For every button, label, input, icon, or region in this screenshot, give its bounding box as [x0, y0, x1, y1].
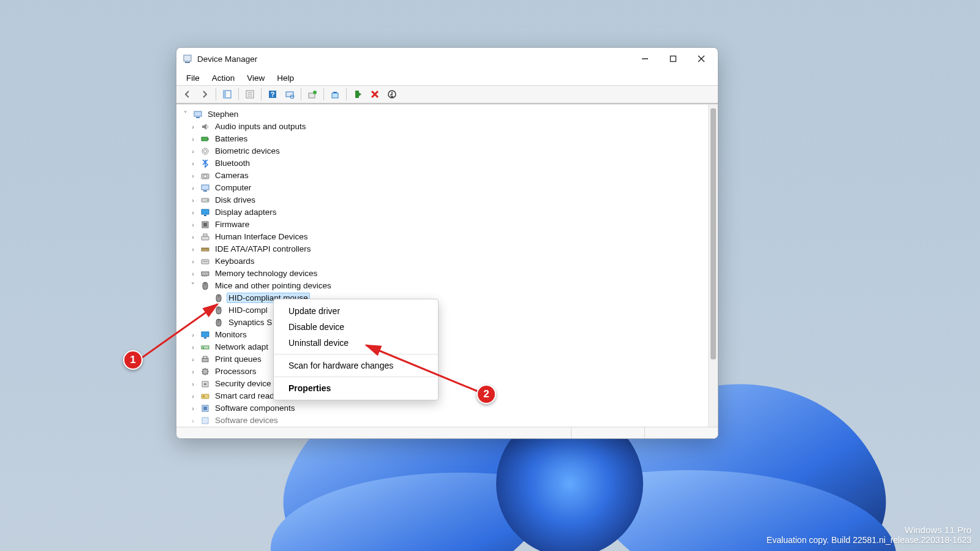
- titlebar[interactable]: Device Manager: [176, 48, 718, 70]
- expand-icon[interactable]: ›: [189, 270, 197, 277]
- tree-cat-cameras[interactable]: ›Cameras: [176, 170, 708, 182]
- software-icon: [200, 403, 211, 414]
- vertical-scrollbar[interactable]: [708, 105, 718, 427]
- svg-point-36: [207, 200, 208, 201]
- svg-rect-59: [202, 332, 209, 337]
- help-button[interactable]: ?: [265, 87, 280, 102]
- expand-icon[interactable]: ›: [189, 209, 197, 216]
- menu-bar: File Action View Help: [176, 70, 718, 86]
- tree-cat-printqueues[interactable]: ›Print queues: [176, 353, 708, 365]
- svg-rect-42: [203, 234, 207, 236]
- expand-icon[interactable]: ›: [189, 135, 197, 143]
- ctx-disable-device[interactable]: Disable device: [274, 319, 438, 335]
- update-driver-button[interactable]: [305, 87, 320, 102]
- tree-cat-computer[interactable]: ›Computer: [176, 182, 708, 194]
- menu-view[interactable]: View: [241, 72, 271, 84]
- tree-cat-firmware[interactable]: ›Firmware: [176, 219, 708, 231]
- watermark-line2: Evaluation copy. Build 22581.ni_release.…: [767, 535, 971, 545]
- ctx-update-driver[interactable]: Update driver: [274, 303, 438, 319]
- expand-icon[interactable]: ›: [189, 197, 197, 204]
- minimize-button[interactable]: [631, 48, 659, 70]
- expand-icon[interactable]: ›: [189, 221, 197, 228]
- enable-button[interactable]: [350, 87, 365, 102]
- tree-cat-memorytech[interactable]: ›Memory technology devices: [176, 268, 708, 280]
- computer-icon: [192, 109, 203, 120]
- expand-icon[interactable]: ›: [189, 160, 197, 167]
- expand-icon[interactable]: ›: [189, 233, 197, 241]
- expand-icon[interactable]: ›: [189, 392, 197, 400]
- back-button[interactable]: [180, 87, 195, 102]
- maximize-button[interactable]: [659, 48, 687, 70]
- watermark-line1: Windows 11 Pro: [767, 525, 971, 535]
- expand-icon[interactable]: ›: [189, 368, 197, 375]
- close-button[interactable]: [687, 48, 715, 70]
- tree-cat-biometric[interactable]: ›Biometric devices: [176, 145, 708, 157]
- svg-rect-63: [202, 358, 208, 362]
- content-area: ˅ Stephen ›Audio inputs and outputs ›Bat…: [176, 104, 718, 427]
- device-tree[interactable]: ˅ Stephen ›Audio inputs and outputs ›Bat…: [176, 105, 708, 427]
- tree-cat-software-devices[interactable]: ›Software devices: [176, 414, 708, 427]
- ctx-uninstall-device[interactable]: Uninstall device: [274, 335, 438, 351]
- expand-icon[interactable]: ›: [189, 172, 197, 179]
- tree-cat-disk[interactable]: ›Disk drives: [176, 194, 708, 206]
- ctx-properties[interactable]: Properties: [274, 380, 438, 396]
- tree-item-synaptics[interactable]: Synaptics S: [176, 317, 708, 329]
- ctx-scan-hardware[interactable]: Scan for hardware changes: [274, 358, 438, 373]
- tree-root[interactable]: ˅ Stephen: [176, 108, 708, 121]
- uninstall-button[interactable]: [328, 87, 342, 102]
- collapse-icon[interactable]: ˅: [181, 110, 190, 118]
- tree-cat-audio[interactable]: ›Audio inputs and outputs: [176, 121, 708, 133]
- tree-cat-ide[interactable]: ›IDE ATA/ATAPI controllers: [176, 243, 708, 255]
- expand-icon[interactable]: ›: [189, 343, 197, 351]
- expand-icon[interactable]: ›: [189, 405, 197, 412]
- expand-icon[interactable]: ›: [189, 356, 197, 363]
- svg-rect-33: [202, 185, 209, 190]
- tree-item-hid-mouse-1[interactable]: HID-compliant mouse: [176, 292, 708, 304]
- keyboard-icon: [200, 256, 211, 267]
- tree-cat-keyboards[interactable]: ›Keyboards: [176, 255, 708, 268]
- properties-button[interactable]: [243, 87, 257, 102]
- expand-icon[interactable]: ›: [189, 258, 197, 265]
- disable-device-button[interactable]: [385, 87, 399, 102]
- expand-icon[interactable]: ›: [189, 148, 197, 155]
- tree-cat-monitors[interactable]: ›Monitors: [176, 329, 708, 341]
- tree-cat-batteries[interactable]: ›Batteries: [176, 133, 708, 145]
- expand-icon[interactable]: ›: [189, 380, 197, 388]
- show-hide-tree-button[interactable]: [220, 87, 235, 102]
- svg-point-29: [202, 148, 208, 154]
- svg-rect-8: [224, 91, 226, 98]
- tree-cat-mice[interactable]: ˅Mice and other pointing devices: [176, 280, 708, 292]
- computer-icon: [200, 182, 211, 193]
- tree-cat-hid[interactable]: ›Human Interface Devices: [176, 231, 708, 243]
- svg-rect-38: [204, 215, 206, 216]
- tree-cat-network[interactable]: ›Network adapt: [176, 341, 708, 353]
- tree-cat-software-components[interactable]: ›Software components: [176, 402, 708, 414]
- expand-icon[interactable]: ›: [189, 331, 197, 339]
- expand-icon[interactable]: ›: [189, 246, 197, 253]
- annotation-badge-1: 1: [123, 350, 143, 370]
- expand-icon[interactable]: ›: [189, 123, 197, 130]
- scan-button[interactable]: [282, 87, 297, 102]
- scrollbar-thumb[interactable]: [710, 108, 716, 359]
- tree-cat-smartcard[interactable]: ›Smart card readers: [176, 390, 708, 402]
- menu-file[interactable]: File: [180, 72, 206, 84]
- svg-rect-73: [203, 395, 205, 397]
- tree-cat-security[interactable]: ›Security device: [176, 378, 708, 390]
- svg-rect-25: [194, 111, 202, 116]
- disable-button[interactable]: [368, 87, 382, 102]
- svg-rect-15: [286, 92, 293, 97]
- tree-cat-display[interactable]: ›Display adapters: [176, 206, 708, 219]
- svg-rect-75: [203, 407, 207, 410]
- menu-action[interactable]: Action: [206, 72, 241, 84]
- mouse-icon: [213, 293, 224, 304]
- forward-button[interactable]: [197, 87, 212, 102]
- tree-cat-bluetooth[interactable]: ›Bluetooth: [176, 157, 708, 170]
- menu-help[interactable]: Help: [271, 72, 300, 84]
- tree-item-hid-mouse-2[interactable]: HID-compl: [176, 304, 708, 317]
- expand-icon[interactable]: ›: [189, 184, 197, 192]
- tree-cat-processors[interactable]: ›Processors: [176, 365, 708, 378]
- collapse-icon[interactable]: ˅: [189, 282, 197, 290]
- disk-icon: [200, 195, 211, 206]
- svg-rect-47: [202, 272, 209, 276]
- expand-icon[interactable]: ›: [189, 417, 197, 424]
